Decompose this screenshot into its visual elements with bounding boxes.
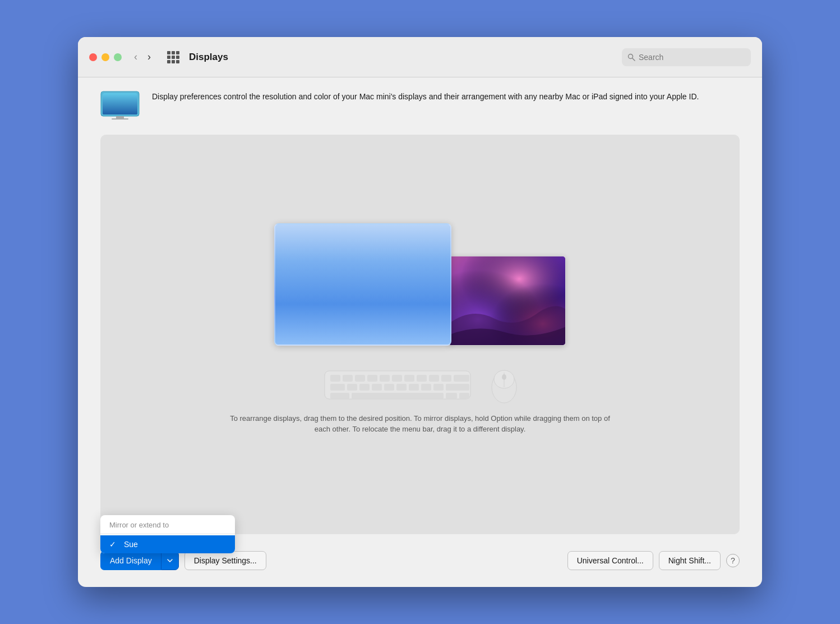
svg-rect-22	[441, 375, 451, 382]
search-bar[interactable]	[622, 48, 751, 66]
svg-rect-5	[116, 116, 124, 118]
svg-rect-14	[343, 375, 353, 382]
svg-rect-26	[359, 384, 370, 391]
forward-arrow[interactable]: ›	[144, 49, 154, 65]
svg-rect-21	[429, 375, 439, 382]
mouse-icon	[487, 363, 521, 407]
info-text: Display preferences control the resoluti…	[152, 91, 699, 103]
svg-rect-20	[417, 375, 427, 382]
svg-rect-33	[446, 384, 469, 391]
grid-icon[interactable]	[163, 47, 183, 67]
universal-control-button[interactable]: Universal Control...	[567, 551, 653, 570]
svg-rect-34	[330, 393, 349, 399]
system-preferences-window: ‹ › Displays	[78, 37, 762, 587]
maximize-button[interactable]	[114, 53, 122, 61]
svg-rect-4	[103, 93, 137, 114]
svg-rect-18	[392, 375, 402, 382]
svg-rect-36	[446, 393, 457, 399]
svg-rect-31	[421, 384, 431, 391]
content-area: Display preferences control the resoluti…	[78, 77, 762, 551]
svg-rect-28	[384, 384, 394, 391]
nav-arrows: ‹ ›	[131, 49, 154, 65]
svg-rect-37	[459, 393, 469, 399]
display-icon	[100, 91, 140, 120]
svg-rect-24	[330, 384, 345, 391]
add-display-group: Add Display	[100, 551, 179, 570]
dropdown-item-label: Sue	[124, 540, 138, 549]
secondary-display[interactable]	[448, 256, 566, 346]
display-icon-container	[100, 91, 141, 125]
svg-rect-32	[433, 384, 444, 391]
add-display-button[interactable]: Add Display	[100, 551, 161, 570]
svg-rect-17	[380, 375, 390, 382]
search-input[interactable]	[639, 53, 745, 62]
svg-point-41	[502, 374, 506, 380]
night-shift-button[interactable]: Night Shift...	[659, 551, 721, 570]
display-settings-button[interactable]: Display Settings...	[184, 551, 266, 570]
primary-display[interactable]	[274, 223, 451, 346]
svg-rect-19	[404, 375, 414, 382]
svg-rect-29	[396, 384, 407, 391]
svg-rect-7	[275, 224, 451, 346]
minimize-button[interactable]	[101, 53, 109, 61]
close-button[interactable]	[89, 53, 97, 61]
svg-rect-6	[112, 118, 128, 120]
help-button[interactable]: ?	[726, 554, 740, 567]
svg-rect-35	[352, 393, 444, 399]
arrangement-area[interactable]: To rearrange displays, drag them to the …	[100, 135, 740, 534]
peripheral-row	[319, 357, 521, 413]
check-icon: ✓	[109, 540, 119, 549]
svg-rect-27	[372, 384, 382, 391]
search-icon	[627, 53, 635, 61]
svg-line-1	[633, 58, 635, 61]
add-display-arrow-button[interactable]	[161, 551, 179, 570]
keyboard-icon	[319, 363, 476, 407]
dropdown-divider	[100, 534, 235, 534]
svg-rect-23	[454, 375, 469, 382]
dropdown-section-label: Mirror or extend to	[100, 515, 235, 533]
info-row: Display preferences control the resoluti…	[100, 91, 740, 125]
arrangement-hint: To rearrange displays, drag them to the …	[218, 413, 622, 446]
svg-rect-25	[347, 384, 357, 391]
svg-rect-15	[355, 375, 365, 382]
traffic-lights	[89, 53, 122, 61]
svg-rect-13	[330, 375, 340, 382]
back-arrow[interactable]: ‹	[131, 49, 141, 65]
displays-container	[274, 223, 566, 346]
dropdown-menu: Mirror or extend to ✓ Sue	[100, 515, 235, 553]
dropdown-item-sue[interactable]: ✓ Sue	[100, 535, 235, 553]
page-title: Displays	[189, 52, 622, 63]
svg-rect-16	[367, 375, 377, 382]
bottom-bar: Add Display Display Settings... Universa…	[78, 551, 762, 587]
titlebar: ‹ › Displays	[78, 37, 762, 77]
svg-rect-30	[409, 384, 419, 391]
